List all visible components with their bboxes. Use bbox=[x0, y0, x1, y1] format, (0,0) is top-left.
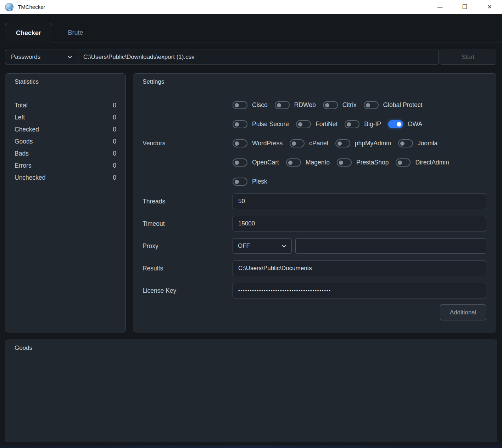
settings-body: Vendors CiscoRDWebCitrixGlobal ProtectPu… bbox=[133, 90, 496, 320]
toggle-knob bbox=[235, 180, 239, 184]
tab-brute[interactable]: Brute bbox=[52, 23, 99, 43]
stat-label: Unchecked bbox=[15, 174, 46, 181]
toggle-knob bbox=[235, 141, 239, 146]
vendor-label: WordPress bbox=[252, 140, 283, 147]
toggle-knob bbox=[398, 161, 402, 165]
toggle-citrix[interactable] bbox=[323, 101, 338, 109]
proxy-row: Proxy OFF bbox=[143, 238, 486, 254]
toggle-directadmin[interactable] bbox=[396, 158, 411, 167]
vendor-item-wordpress[interactable]: WordPress bbox=[233, 139, 283, 147]
license-key-label: License Key bbox=[143, 287, 233, 295]
vendor-item-cisco[interactable]: Cisco bbox=[233, 101, 268, 109]
toggle-knob bbox=[338, 141, 342, 146]
results-path-input[interactable]: C:\Users\Public\Documents bbox=[233, 261, 486, 276]
threads-input[interactable]: 50 bbox=[233, 194, 486, 209]
toggle-knob bbox=[235, 161, 239, 165]
vendor-item-joomla[interactable]: Joomla bbox=[398, 139, 437, 147]
toggle-magento[interactable] bbox=[286, 158, 301, 167]
license-key-input[interactable]: •••••••••••••••••••••••••••••••••••••••• bbox=[233, 283, 486, 298]
proxy-label: Proxy bbox=[143, 242, 233, 250]
toggle-big-ip[interactable] bbox=[345, 120, 359, 128]
vendor-item-directadmin[interactable]: DirectAdmin bbox=[396, 158, 449, 167]
mode-select-dropdown[interactable]: Passwords bbox=[5, 50, 78, 64]
vendor-label: phpMyAdmin bbox=[355, 140, 391, 147]
timeout-label: Timeout bbox=[143, 220, 233, 228]
proxy-controls: OFF bbox=[233, 238, 486, 254]
toggle-cpanel[interactable] bbox=[290, 139, 305, 147]
vendor-label: Magento bbox=[306, 159, 330, 166]
vendor-label: Joomla bbox=[418, 140, 437, 147]
vendor-row: Pulse SecureFortiNetBig-IPOWA bbox=[233, 119, 486, 129]
stat-label: Total bbox=[15, 102, 28, 109]
chevron-down-icon bbox=[281, 243, 286, 248]
toggle-cisco[interactable] bbox=[233, 101, 247, 109]
vendor-item-citrix[interactable]: Citrix bbox=[323, 101, 357, 109]
toggle-phpmyadmin[interactable] bbox=[335, 139, 350, 147]
file-path-input[interactable]: C:\Users\Public\Downloads\export (1).csv bbox=[78, 50, 439, 64]
toggle-prestashop[interactable] bbox=[337, 158, 352, 167]
vendor-label: PrestaShop bbox=[356, 159, 389, 166]
goods-panel-title: Goods bbox=[5, 340, 497, 356]
results-label: Results bbox=[143, 265, 233, 272]
vendor-item-magento[interactable]: Magento bbox=[286, 158, 330, 167]
toggle-wordpress[interactable] bbox=[233, 139, 247, 147]
maximize-icon[interactable]: ❐ bbox=[452, 0, 477, 14]
tab-checker[interactable]: Checker bbox=[5, 23, 52, 43]
toggle-owa[interactable] bbox=[388, 120, 403, 128]
vendors-label: Vendors bbox=[143, 100, 233, 187]
threads-label: Threads bbox=[143, 198, 233, 205]
start-button[interactable]: Start bbox=[440, 50, 496, 65]
vendor-item-fortinet[interactable]: FortiNet bbox=[296, 120, 338, 128]
proxy-list-input[interactable] bbox=[295, 238, 486, 254]
vendor-label: OpenCart bbox=[252, 159, 279, 166]
vendor-item-big-ip[interactable]: Big-IP bbox=[345, 120, 381, 128]
vendor-item-cpanel[interactable]: cPanel bbox=[290, 139, 328, 147]
vendor-toggle-grid: CiscoRDWebCitrixGlobal ProtectPulse Secu… bbox=[233, 100, 486, 187]
additional-row: Additional bbox=[143, 304, 486, 320]
vendor-item-pulse-secure[interactable]: Pulse Secure bbox=[233, 120, 289, 128]
vendor-item-global-protect[interactable]: Global Protect bbox=[364, 101, 423, 109]
additional-button[interactable]: Additional bbox=[440, 304, 486, 320]
goods-panel: Goods bbox=[5, 340, 497, 442]
proxy-mode-dropdown[interactable]: OFF bbox=[233, 238, 292, 254]
vendor-item-phpmyadmin[interactable]: phpMyAdmin bbox=[335, 139, 391, 147]
toggle-global-protect[interactable] bbox=[364, 101, 379, 109]
vendor-label: RDWeb bbox=[294, 101, 316, 109]
vendor-label: Pulse Secure bbox=[252, 121, 289, 128]
toggle-joomla[interactable] bbox=[398, 139, 413, 147]
stat-row-total: Total0 bbox=[15, 99, 116, 111]
vendor-item-rdweb[interactable]: RDWeb bbox=[275, 101, 316, 109]
vendors-section: Vendors CiscoRDWebCitrixGlobal ProtectPu… bbox=[143, 100, 486, 187]
vendor-item-plesk[interactable]: Plesk bbox=[233, 178, 267, 186]
toggle-rdweb[interactable] bbox=[275, 101, 290, 109]
toggle-knob bbox=[339, 161, 343, 165]
vendor-row: OpenCartMagentoPrestaShopDirectAdmin bbox=[233, 157, 486, 168]
window-title: TMChecker bbox=[18, 4, 45, 10]
vendor-row: Plesk bbox=[233, 177, 486, 187]
vendor-label: Plesk bbox=[252, 178, 267, 185]
window-bottom-edge bbox=[0, 446, 502, 448]
toggle-plesk[interactable] bbox=[233, 178, 247, 186]
timeout-row: Timeout 15000 bbox=[143, 216, 486, 231]
vendor-item-opencart[interactable]: OpenCart bbox=[233, 158, 279, 167]
stat-row-errors: Errors0 bbox=[15, 159, 116, 172]
timeout-input[interactable]: 15000 bbox=[233, 216, 486, 231]
stat-value: 0 bbox=[113, 138, 116, 145]
toggle-knob bbox=[292, 141, 296, 146]
window-controls: — ❐ ✕ bbox=[428, 0, 502, 14]
close-icon[interactable]: ✕ bbox=[477, 0, 502, 14]
input-toolbar: Passwords C:\Users\Public\Downloads\expo… bbox=[5, 50, 439, 65]
proxy-mode-value: OFF bbox=[238, 242, 250, 250]
vendor-label: DirectAdmin bbox=[415, 159, 449, 166]
stat-row-unchecked: Unchecked0 bbox=[15, 172, 116, 184]
vendor-item-owa[interactable]: OWA bbox=[388, 120, 422, 128]
toggle-opencart[interactable] bbox=[233, 158, 247, 167]
toggle-knob bbox=[235, 122, 239, 127]
stat-row-left: Left0 bbox=[15, 111, 116, 123]
statistics-panel: Statistics Total0Left0Checked0Goods0Bads… bbox=[5, 73, 126, 332]
tab-strip: Checker Brute bbox=[5, 23, 502, 43]
minimize-icon[interactable]: — bbox=[428, 0, 452, 14]
vendor-item-prestashop[interactable]: PrestaShop bbox=[337, 158, 389, 167]
toggle-pulse-secure[interactable] bbox=[233, 120, 247, 128]
toggle-fortinet[interactable] bbox=[296, 120, 311, 128]
